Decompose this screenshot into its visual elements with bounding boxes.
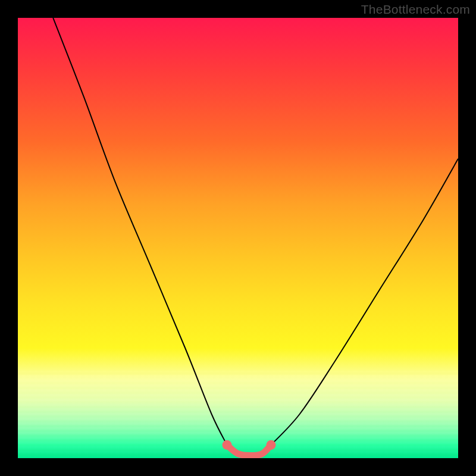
curve-left <box>53 18 227 445</box>
highlight-segment <box>227 445 271 456</box>
highlight-dot-right <box>267 440 276 450</box>
plot-area <box>18 18 458 458</box>
curve-right <box>271 159 459 445</box>
watermark-text: TheBottleneck.com <box>361 2 470 17</box>
highlight-dot-left <box>223 440 232 450</box>
curve-layer <box>18 18 458 458</box>
chart-frame: TheBottleneck.com <box>0 0 476 476</box>
